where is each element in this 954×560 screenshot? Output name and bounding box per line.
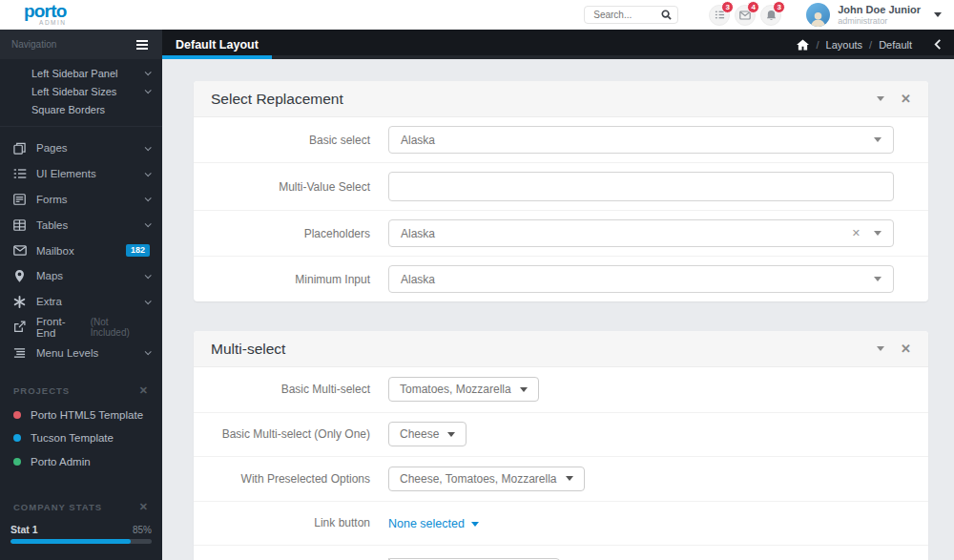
mailbox-badge: 182 — [126, 244, 150, 257]
sidebar: Left Sidebar Panel Left Sidebar Sizes Sq… — [0, 59, 162, 560]
chevron-left-icon[interactable] — [934, 39, 942, 50]
form-label: Multi-Value Select — [208, 180, 388, 194]
form-label: Basic Multi-select — [208, 383, 388, 396]
chevron-down-icon — [145, 87, 152, 93]
breadcrumb-separator: / — [869, 39, 872, 51]
breadcrumb-layouts[interactable]: Layouts — [826, 39, 863, 51]
search-icon[interactable] — [661, 10, 672, 20]
chevron-down-icon — [520, 387, 528, 392]
sidebar-item-front-end[interactable]: Front-End (Not Included) — [0, 315, 162, 341]
chevron-down-icon — [471, 522, 479, 527]
sidebar-header — [0, 30, 162, 59]
form-label: With Preselected Options — [208, 472, 388, 486]
sidebar-item-forms[interactable]: Forms — [0, 187, 162, 213]
main-content: Select Replacement ✕ Basic select Alaska — [162, 59, 954, 560]
project-porto-admin[interactable]: Porto Admin — [0, 450, 162, 473]
sidebar-item-left-sidebar-sizes[interactable]: Left Sidebar Sizes — [0, 82, 162, 100]
sidebar-item-left-sidebar-panel[interactable]: Left Sidebar Panel — [0, 64, 162, 82]
forms-icon — [12, 194, 27, 205]
chevron-down-icon — [145, 298, 152, 304]
alerts-badge: 3 — [773, 1, 785, 13]
alerts-button[interactable]: 3 — [760, 5, 781, 26]
placeholders-select[interactable]: Alaska ✕ — [388, 219, 894, 247]
stat-value: 85% — [133, 525, 152, 535]
home-icon[interactable] — [797, 39, 809, 51]
link-button-none-selected[interactable]: None selected — [388, 517, 479, 530]
header-search-input[interactable] — [593, 10, 661, 20]
hamburger-icon[interactable] — [134, 37, 151, 52]
red-dot-icon — [13, 411, 21, 419]
form-label: Basic Multi-select (Only One) — [208, 427, 388, 441]
sidebar-item-square-borders[interactable]: Square Borders — [0, 100, 162, 118]
breadcrumb: / Layouts / Default — [797, 30, 954, 59]
notification-buttons: 3 4 — [709, 5, 781, 26]
chevron-down-icon — [874, 231, 881, 236]
panel-collapse-button[interactable] — [877, 96, 884, 101]
chevron-down-icon — [145, 170, 152, 176]
panel-close-button[interactable]: ✕ — [901, 93, 911, 105]
tasks-button[interactable]: 3 — [709, 5, 730, 26]
basic-multiselect-button[interactable]: Tomatoes, Mozzarella — [388, 377, 539, 402]
multi-value-select-input[interactable] — [388, 172, 894, 201]
chevron-down-icon — [145, 144, 152, 151]
sidebar-item-ui-elements[interactable]: UI Elements — [0, 161, 162, 187]
breadcrumb-default[interactable]: Default — [879, 39, 912, 51]
breadcrumb-separator: / — [816, 39, 819, 51]
sidebar-search-input[interactable] — [11, 39, 134, 50]
preselected-options-button[interactable]: Cheese, Tomatoes, Mozzarella — [388, 467, 585, 491]
close-icon[interactable]: ✕ — [139, 502, 149, 512]
form-label: Placeholders — [208, 227, 388, 240]
tab-default-layout[interactable]: Default Layout — [162, 30, 272, 59]
sidebar-item-mailbox[interactable]: Mailbox 182 — [0, 238, 162, 263]
stat-label: Stat 1 — [10, 524, 38, 535]
tables-icon — [12, 219, 27, 231]
ui-elements-icon — [12, 168, 27, 179]
chevron-down-icon — [874, 277, 881, 281]
user-menu[interactable]: John Doe Junior administrator — [804, 3, 954, 27]
panel-select-replacement: Select Replacement ✕ Basic select Alaska — [194, 81, 928, 301]
front-end-icon — [12, 321, 27, 333]
pages-icon — [12, 142, 27, 155]
sidebar-item-maps[interactable]: Maps — [0, 263, 162, 289]
green-dot-icon — [13, 458, 21, 466]
minimum-input-select[interactable]: Alaska — [388, 265, 894, 293]
multiselect-only-one-button[interactable]: Cheese — [388, 422, 467, 446]
basic-select[interactable]: Alaska — [388, 126, 894, 154]
blue-dot-icon — [13, 434, 21, 442]
logo-brand: porto — [24, 2, 67, 20]
panel-title: Select Replacement — [211, 91, 343, 108]
project-porto-html5[interactable]: Porto HTML5 Template — [0, 404, 162, 426]
panel-collapse-button[interactable] — [877, 346, 884, 351]
chevron-down-icon — [145, 272, 152, 279]
mailbox-icon — [12, 245, 27, 256]
messages-button[interactable]: 4 — [735, 5, 756, 26]
menu-levels-icon — [12, 347, 27, 359]
front-end-note: (Not Included) — [91, 317, 150, 338]
chevron-down-icon — [145, 349, 152, 356]
sidebar-item-pages[interactable]: Pages — [0, 135, 162, 161]
company-stats-section: COMPANY STATS ✕ Stat 1 85% — [0, 502, 162, 544]
panel-close-button[interactable]: ✕ — [901, 342, 911, 355]
logo[interactable]: porto ADMIN — [0, 2, 162, 29]
user-name: John Doe Junior — [838, 4, 921, 16]
clear-icon[interactable]: ✕ — [852, 227, 861, 239]
sidebar-item-extra[interactable]: Extra — [0, 289, 162, 315]
tasks-badge: 3 — [721, 1, 734, 13]
sidebar-item-menu-levels[interactable]: Menu Levels — [0, 340, 162, 365]
project-tucson[interactable]: Tucson Template — [0, 426, 162, 449]
chevron-down-icon — [934, 12, 942, 17]
chevron-down-icon — [447, 432, 455, 437]
app-window: porto ADMIN — [0, 0, 954, 560]
sidebar-item-tables[interactable]: Tables — [0, 212, 162, 238]
main-dark-bar: Default Layout / Layouts / Default — [0, 30, 954, 59]
header-search[interactable] — [584, 6, 678, 24]
chevron-down-icon — [145, 196, 152, 202]
company-stats-title: COMPANY STATS — [13, 502, 102, 512]
stat-progress-fill — [10, 539, 131, 544]
form-label: Link button — [208, 516, 388, 529]
extra-icon — [12, 296, 27, 308]
close-icon[interactable]: ✕ — [139, 385, 149, 396]
projects-title: PROJECTS — [13, 385, 70, 396]
projects-section: PROJECTS ✕ Porto HTML5 Template Tucson T… — [0, 385, 162, 473]
header: porto ADMIN — [0, 0, 954, 30]
